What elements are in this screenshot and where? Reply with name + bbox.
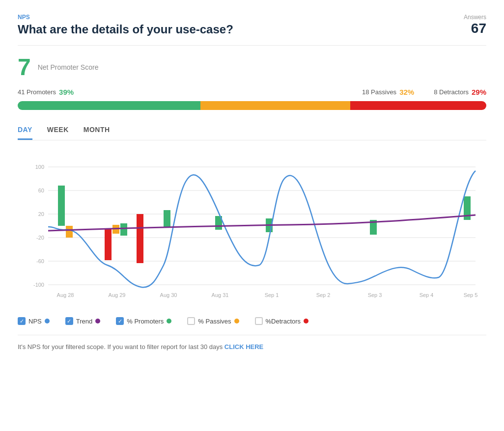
bar-detractor-2b xyxy=(137,214,143,263)
chart-area: 100 60 20 -20 -60 -100 Aug 28 Aug 29 Aug… xyxy=(18,152,486,309)
tabs-section: DAY WEEK MONTH xyxy=(18,122,486,140)
legend-passives: % Passives xyxy=(187,317,239,325)
page-header: NPS What are the details of your use-cas… xyxy=(18,14,486,36)
passives-stat: 18 Passives 32% xyxy=(362,88,414,96)
legend-checkbox-trend[interactable]: ✓ xyxy=(65,317,73,325)
nps-label: NPS xyxy=(18,14,233,21)
legend-promoters: ✓ % Promoters xyxy=(116,317,171,325)
tab-day[interactable]: DAY xyxy=(18,122,32,140)
legend-checkbox-passives[interactable] xyxy=(187,317,195,325)
answers-value: 67 xyxy=(471,21,486,36)
detractors-bar xyxy=(350,101,486,110)
header-divider xyxy=(18,45,486,46)
svg-text:-60: -60 xyxy=(36,258,44,264)
svg-text:Aug 30: Aug 30 xyxy=(160,292,177,298)
legend-nps-label: NPS xyxy=(28,318,42,325)
tab-month[interactable]: MONTH xyxy=(84,122,110,140)
detractors-pct: 29% xyxy=(472,88,486,96)
svg-text:-20: -20 xyxy=(36,235,44,241)
passives-pct: 32% xyxy=(399,88,414,96)
passives-bar xyxy=(200,101,350,110)
legend-dot-trend xyxy=(95,319,100,323)
bar-promoter-1 xyxy=(58,186,65,226)
detractors-stat: 8 Detractors 29% xyxy=(434,88,486,96)
page-title: What are the details of your use-case? xyxy=(18,23,233,36)
svg-text:-100: -100 xyxy=(33,282,44,288)
bar-detractor-2 xyxy=(105,228,112,260)
legend-dot-passives xyxy=(234,319,239,323)
promoters-bar xyxy=(18,101,200,110)
legend-checkbox-promoters[interactable]: ✓ xyxy=(116,317,124,325)
net-promoter-label: Net Promoter Score xyxy=(38,63,99,71)
chart-svg: 100 60 20 -20 -60 -100 Aug 28 Aug 29 Aug… xyxy=(18,152,486,309)
svg-text:Sep 5: Sep 5 xyxy=(464,292,478,298)
legend-checkbox-detractors[interactable] xyxy=(255,317,263,325)
svg-text:100: 100 xyxy=(35,164,44,170)
footer-text: It's NPS for your filtered scope. If you… xyxy=(18,343,223,350)
legend-detractors-label: %Detractors xyxy=(266,318,301,325)
promoters-stat: 41 Promoters 39% xyxy=(18,88,74,96)
svg-text:Aug 31: Aug 31 xyxy=(212,292,229,298)
legend-dot-nps xyxy=(45,319,50,323)
score-section: 7 Net Promoter Score xyxy=(18,55,486,79)
legend-passives-label: % Passives xyxy=(198,318,231,325)
stats-row: 41 Promoters 39% 18 Passives 32% 8 Detra… xyxy=(18,88,486,96)
progress-bar xyxy=(18,101,486,110)
promoters-count: 41 Promoters xyxy=(18,88,56,96)
svg-text:Aug 28: Aug 28 xyxy=(57,292,74,298)
svg-text:Sep 3: Sep 3 xyxy=(368,292,382,298)
legend-dot-detractors xyxy=(304,319,308,323)
passives-count: 18 Passives xyxy=(362,88,396,96)
trend-line xyxy=(48,215,476,231)
bar-passive-1 xyxy=(66,226,73,238)
click-here-link[interactable]: CLICK HERE xyxy=(224,343,263,350)
promoters-pct: 39% xyxy=(59,88,74,96)
bar-promoter-2 xyxy=(120,223,127,236)
bar-promoter-3 xyxy=(164,210,170,227)
svg-text:20: 20 xyxy=(38,211,44,217)
svg-text:Sep 1: Sep 1 xyxy=(265,292,279,298)
legend-detractors: %Detractors xyxy=(255,317,309,325)
answers-label: Answers xyxy=(464,14,486,21)
footer: It's NPS for your filtered scope. If you… xyxy=(18,335,486,350)
svg-text:Aug 29: Aug 29 xyxy=(109,292,126,298)
tab-week[interactable]: WEEK xyxy=(47,122,69,140)
legend-row: ✓ NPS ✓ Trend ✓ % Promoters % Passives %… xyxy=(18,317,486,325)
legend-dot-promoters xyxy=(167,319,171,323)
svg-text:60: 60 xyxy=(38,188,44,193)
legend-promoters-label: % Promoters xyxy=(127,318,164,325)
tabs-container: DAY WEEK MONTH xyxy=(18,122,486,140)
legend-trend: ✓ Trend xyxy=(65,317,100,325)
legend-checkbox-nps[interactable]: ✓ xyxy=(18,317,26,325)
detractors-count: 8 Detractors xyxy=(434,88,469,96)
svg-text:Sep 2: Sep 2 xyxy=(316,292,331,298)
legend-trend-label: Trend xyxy=(76,318,92,325)
svg-text:Sep 4: Sep 4 xyxy=(420,292,434,298)
legend-nps: ✓ NPS xyxy=(18,317,50,325)
nps-score-value: 7 xyxy=(18,55,31,79)
